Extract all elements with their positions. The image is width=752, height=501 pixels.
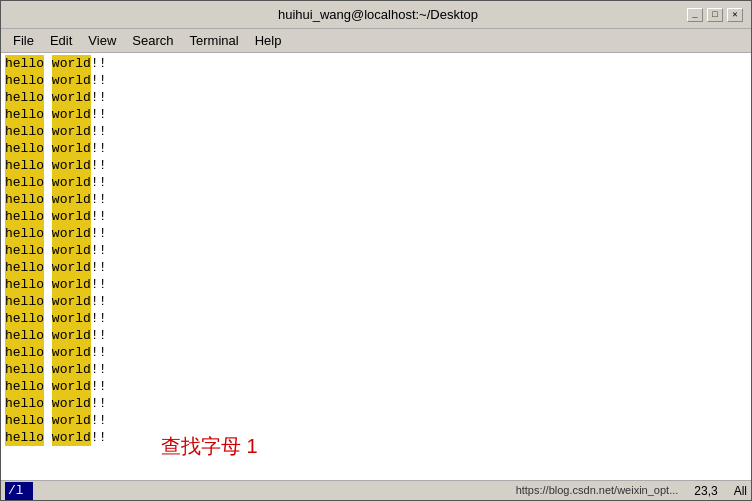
- menu-bar: File Edit View Search Terminal Help: [1, 29, 751, 53]
- status-url: https://blog.csdn.net/weixin_opt...: [516, 484, 679, 498]
- status-scroll: All: [734, 484, 747, 498]
- text-line: hello world!!: [5, 293, 747, 310]
- menu-edit[interactable]: Edit: [42, 31, 80, 50]
- terminal-content: hello world!!hello world!!hello world!!h…: [1, 53, 751, 480]
- window-controls: _ □ ✕: [687, 8, 743, 22]
- close-button[interactable]: ✕: [727, 8, 743, 22]
- text-line: hello world!!: [5, 157, 747, 174]
- menu-file[interactable]: File: [5, 31, 42, 50]
- text-line: hello world!!: [5, 225, 747, 242]
- text-line: hello world!!: [5, 123, 747, 140]
- search-hint: 查找字母 1: [161, 433, 258, 460]
- minimize-button[interactable]: _: [687, 8, 703, 22]
- title-bar: huihui_wang@localhost:~/Desktop _ □ ✕: [1, 1, 751, 29]
- text-line: hello world!!: [5, 395, 747, 412]
- status-position: 23,3: [694, 484, 717, 498]
- text-line: hello world!!: [5, 378, 747, 395]
- text-line: hello world!!: [5, 106, 747, 123]
- text-line: hello world!!: [5, 429, 747, 446]
- status-left: /l: [5, 482, 33, 500]
- menu-view[interactable]: View: [80, 31, 124, 50]
- text-line: hello world!!: [5, 191, 747, 208]
- text-line: hello world!!: [5, 89, 747, 106]
- text-line: hello world!!: [5, 208, 747, 225]
- maximize-button[interactable]: □: [707, 8, 723, 22]
- text-line: hello world!!: [5, 310, 747, 327]
- text-line: hello world!!: [5, 344, 747, 361]
- terminal-window: huihui_wang@localhost:~/Desktop _ □ ✕ Fi…: [0, 0, 752, 501]
- status-right: https://blog.csdn.net/weixin_opt... 23,3…: [516, 484, 747, 498]
- menu-search[interactable]: Search: [124, 31, 181, 50]
- text-line: hello world!!: [5, 55, 747, 72]
- text-line: hello world!!: [5, 242, 747, 259]
- window-title: huihui_wang@localhost:~/Desktop: [69, 7, 687, 22]
- text-line: hello world!!: [5, 72, 747, 89]
- menu-help[interactable]: Help: [247, 31, 290, 50]
- text-line: hello world!!: [5, 412, 747, 429]
- text-line: hello world!!: [5, 327, 747, 344]
- menu-terminal[interactable]: Terminal: [182, 31, 247, 50]
- text-line: hello world!!: [5, 276, 747, 293]
- text-line: hello world!!: [5, 259, 747, 276]
- search-input-box[interactable]: /l: [5, 482, 33, 500]
- text-line: hello world!!: [5, 174, 747, 191]
- text-area: hello world!!hello world!!hello world!!h…: [1, 53, 751, 480]
- status-bar: /l https://blog.csdn.net/weixin_opt... 2…: [1, 480, 751, 500]
- text-line: hello world!!: [5, 140, 747, 157]
- text-line: hello world!!: [5, 361, 747, 378]
